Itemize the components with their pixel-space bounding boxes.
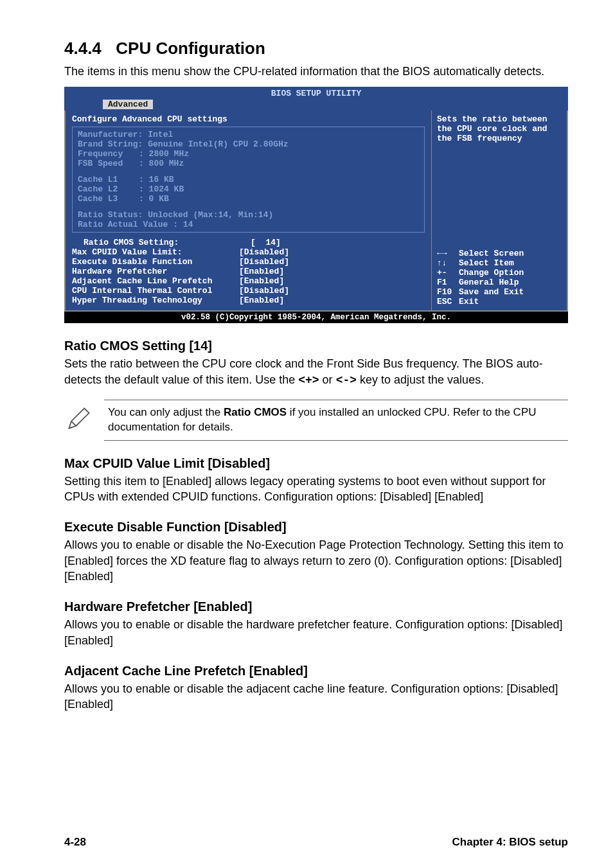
info-brand: Brand String: Genuine Intel(R) CPU 2.80G… [78, 139, 419, 149]
ratio-cmos-body: Sets the ratio between the CPU core cloc… [64, 356, 568, 388]
info-frequency: Frequency: 2800 MHz [78, 149, 419, 159]
cpu-info-box: Manufacturer: Intel Brand String: Genuin… [72, 127, 425, 233]
section-heading: 4.4.4 CPU Configuration [64, 39, 568, 58]
note-bold: Ratio CMOS [224, 406, 287, 418]
key-help-row: +-Change Option [437, 268, 562, 278]
exec-disable-body: Allows you to enable or disable the No-E… [64, 537, 568, 584]
info-l1: Cache L1: 16 KB [78, 175, 419, 184]
key-symbol: ESC [437, 297, 459, 306]
setting-value: [Disabled] [239, 286, 289, 296]
bios-body: Configure Advanced CPU settings Manufact… [64, 111, 568, 312]
key-help-row: F1General Help [437, 278, 562, 287]
hw-prefetch-body: Allows you to enable or disable the hard… [64, 617, 568, 648]
bios-right-pane: Sets the ratio between the CPU core cloc… [432, 111, 567, 310]
cfg-header: Configure Advanced CPU settings [72, 114, 425, 124]
info-ratio-status: Ratio Status: Unlocked (Max:14, Min:14) [78, 210, 419, 220]
page-footer: 4-28 Chapter 4: BIOS setup [64, 836, 568, 849]
setting-row[interactable]: Hyper Threading Technology[Enabled] [72, 296, 425, 305]
key-desc: Select Item [459, 258, 514, 268]
setting-row[interactable]: Hardware Prefetcher[Enabled] [72, 267, 425, 276]
key-desc: Select Screen [459, 249, 524, 258]
setting-value: [Enabled] [239, 267, 284, 276]
key-minus: <-> [336, 374, 357, 387]
key-plus: <+> [298, 374, 319, 387]
adj-cache-body: Allows you to enable or disable the adja… [64, 681, 568, 713]
setting-label: Ratio CMOS Setting: [84, 238, 251, 247]
key-symbol: ↑↓ [437, 258, 459, 268]
setting-row[interactable]: CPU Internal Thermal Control[Disabled] [72, 286, 425, 296]
key-desc: Exit [459, 297, 479, 306]
setting-label: Max CPUID Value Limit: [72, 247, 239, 257]
key-help-row: ↑↓Select Item [437, 258, 562, 268]
note-box: You can only adjust the Ratio CMOS if yo… [64, 400, 568, 441]
key-help: ←→Select Screen↑↓Select Item+-Change Opt… [437, 249, 562, 306]
info-manufacturer: Manufacturer: Intel [78, 130, 419, 139]
info-fsb: FSB Speed: 800 MHz [78, 159, 419, 168]
setting-value: [Disabled] [239, 247, 289, 257]
setting-value: [Disabled] [239, 257, 289, 267]
key-help-row: ESCExit [437, 297, 562, 306]
info-l3: Cache L3: 0 KB [78, 194, 419, 204]
key-help-row: F10Save and Exit [437, 287, 562, 297]
max-cpuid-head: Max CPUID Value Limit [Disabled] [64, 456, 568, 471]
note-text: You can only adjust the Ratio CMOS if yo… [104, 400, 568, 441]
bios-tab-bar: Advanced [64, 98, 568, 111]
key-symbol: F10 [437, 287, 459, 297]
bios-footer: v02.58 (C)Copyright 1985-2004, American … [64, 312, 568, 323]
hw-prefetch-head: Hardware Prefetcher [Enabled] [64, 599, 568, 614]
key-desc: Save and Exit [459, 287, 524, 297]
setting-label: CPU Internal Thermal Control [72, 286, 239, 296]
setting-label: Adjacent Cache Line Prefetch [72, 276, 239, 286]
setting-label: Hardware Prefetcher [72, 267, 239, 276]
bios-left-pane: Configure Advanced CPU settings Manufact… [66, 111, 432, 310]
key-symbol: F1 [437, 278, 459, 287]
setting-label: Hyper Threading Technology [72, 296, 239, 305]
setting-value: [ 14] [251, 238, 281, 247]
adj-cache-head: Adjacent Cache Line Prefetch [Enabled] [64, 664, 568, 678]
bios-window: BIOS SETUP UTILITY Advanced Configure Ad… [64, 87, 568, 323]
setting-value: [Enabled] [239, 276, 284, 286]
setting-row[interactable]: Ratio CMOS Setting:[ 14] [72, 238, 425, 247]
key-desc: Change Option [459, 268, 524, 278]
setting-row[interactable]: Adjacent Cache Line Prefetch[Enabled] [72, 276, 425, 286]
bios-settings-list: Ratio CMOS Setting:[ 14]Max CPUID Value … [72, 238, 425, 305]
exec-disable-head: Execute Disable Function [Disabled] [64, 520, 568, 535]
setting-row[interactable]: Execute Disable Function[Disabled] [72, 257, 425, 267]
chapter-label: Chapter 4: BIOS setup [452, 836, 568, 849]
section-number: 4.4.4 [64, 39, 102, 58]
key-help-row: ←→Select Screen [437, 249, 562, 258]
setting-value: [Enabled] [239, 296, 284, 305]
section-title: CPU Configuration [116, 39, 265, 58]
intro-text: The items in this menu show the CPU-rela… [64, 64, 568, 79]
max-cpuid-body: Setting this item to [Enabled] allows le… [64, 474, 568, 505]
info-l2: Cache L2: 1024 KB [78, 184, 419, 194]
setting-row[interactable]: Max CPUID Value Limit:[Disabled] [72, 247, 425, 257]
setting-label: Execute Disable Function [72, 257, 239, 267]
tab-advanced[interactable]: Advanced [103, 100, 153, 109]
page-number: 4-28 [64, 836, 86, 849]
key-symbol: +- [437, 268, 459, 278]
bios-title: BIOS SETUP UTILITY [64, 87, 568, 98]
key-symbol: ←→ [437, 249, 459, 258]
info-ratio-actual: Ratio Actual Value : 14 [78, 220, 419, 229]
key-desc: General Help [459, 278, 519, 287]
pencil-icon [64, 405, 93, 436]
context-help: Sets the ratio between the CPU core cloc… [437, 114, 562, 143]
ratio-cmos-head: Ratio CMOS Setting [14] [64, 339, 568, 353]
